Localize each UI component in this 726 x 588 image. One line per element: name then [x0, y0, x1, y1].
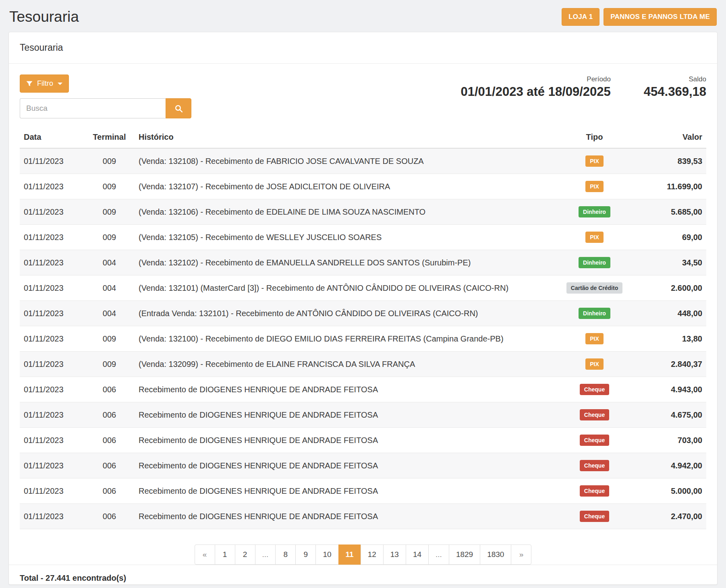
cell-tipo: Dinheiro	[547, 301, 642, 326]
company-button[interactable]: PANNOS E PANNOS LTDA ME	[604, 8, 717, 26]
cell-valor: 839,53	[642, 148, 706, 174]
pagination-page-1[interactable]: 1	[215, 545, 235, 565]
payment-type-badge: Cheque	[580, 409, 609, 420]
cell-historico: (Venda: 132108) - Recebimento de FABRICI…	[135, 148, 547, 174]
table-row: 01/11/2023 006 Recebimento de DIOGENES H…	[20, 402, 706, 428]
cell-historico: (Entrada Venda: 132101) - Recebimento de…	[135, 301, 547, 326]
payment-type-badge: PIX	[585, 232, 604, 243]
payment-type-badge: PIX	[585, 181, 604, 192]
filter-button-label: Filtro	[37, 79, 53, 88]
payment-type-badge: Dinheiro	[579, 308, 610, 319]
table-row: 01/11/2023 004 (Venda: 132101) (MasterCa…	[20, 275, 706, 301]
cell-historico: (Venda: 132102) - Recebimento de EMANUEL…	[135, 250, 547, 275]
cell-terminal: 009	[84, 352, 135, 377]
search-group	[20, 98, 191, 118]
saldo-label: Saldo	[644, 75, 706, 83]
page-header: Tesouraria LOJA 1 PANNOS E PANNOS LTDA M…	[8, 0, 718, 32]
pagination-page-12[interactable]: 12	[361, 545, 384, 565]
cell-historico: Recebimento de DIOGENES HENRIQUE DE ANDR…	[135, 478, 547, 504]
cell-data: 01/11/2023	[20, 174, 84, 199]
cell-data: 01/11/2023	[20, 301, 84, 326]
cell-terminal: 006	[84, 428, 135, 453]
cell-terminal: 009	[84, 225, 135, 250]
cell-valor: 5.685,00	[642, 199, 706, 225]
cell-valor: 4.942,00	[642, 453, 706, 478]
pagination-next[interactable]: »	[511, 545, 531, 565]
cell-valor: 34,50	[642, 250, 706, 275]
pagination-page-8[interactable]: 8	[275, 545, 296, 565]
cell-valor: 2.600,00	[642, 275, 706, 301]
tesouraria-card: Tesouraria Filtro	[8, 32, 718, 585]
pagination-page-2[interactable]: 2	[235, 545, 255, 565]
cell-terminal: 006	[84, 478, 135, 504]
cell-valor: 4.675,00	[642, 402, 706, 428]
cell-terminal: 009	[84, 148, 135, 174]
pagination-page-10[interactable]: 10	[315, 545, 338, 565]
cell-tipo: Dinheiro	[547, 250, 642, 275]
cell-valor: 448,00	[642, 301, 706, 326]
pagination-ellipsis: ...	[428, 545, 449, 565]
chevron-down-icon	[58, 83, 62, 85]
cell-historico: Recebimento de DIOGENES HENRIQUE DE ANDR…	[135, 402, 547, 428]
table-row: 01/11/2023 006 Recebimento de DIOGENES H…	[20, 453, 706, 478]
table-row: 01/11/2023 009 (Venda: 132107) - Recebim…	[20, 174, 706, 199]
cell-terminal: 004	[84, 301, 135, 326]
cell-historico: (Venda: 132107) - Recebimento de JOSE AD…	[135, 174, 547, 199]
card-title: Tesouraria	[9, 32, 717, 64]
cell-tipo: Cheque	[547, 453, 642, 478]
payment-type-badge: Cheque	[580, 384, 609, 395]
pagination: «12...891011121314...18291830»	[195, 545, 532, 565]
search-button[interactable]	[166, 98, 191, 118]
cell-valor: 4.943,00	[642, 377, 706, 402]
saldo-stat: Saldo 454.369,18	[644, 75, 706, 99]
cell-data: 01/11/2023	[20, 148, 84, 174]
payment-type-badge: Dinheiro	[579, 257, 610, 268]
pagination-page-1829[interactable]: 1829	[449, 545, 480, 565]
cell-data: 01/11/2023	[20, 326, 84, 352]
cell-terminal: 009	[84, 326, 135, 352]
pagination-wrap: «12...891011121314...18291830»	[20, 529, 706, 565]
cell-historico: (Venda: 132105) - Recebimento de WESLLEY…	[135, 225, 547, 250]
cell-data: 01/11/2023	[20, 377, 84, 402]
search-input[interactable]	[20, 98, 166, 118]
cell-valor: 703,00	[642, 428, 706, 453]
cell-tipo: Cheque	[547, 377, 642, 402]
saldo-value: 454.369,18	[644, 85, 706, 99]
pagination-page-1830[interactable]: 1830	[480, 545, 511, 565]
table-row: 01/11/2023 004 (Venda: 132102) - Recebim…	[20, 250, 706, 275]
table-header-row: DataTerminalHistóricoTipoValor	[20, 126, 706, 148]
table-row: 01/11/2023 009 (Venda: 132099) - Recebim…	[20, 352, 706, 377]
pagination-page-13[interactable]: 13	[383, 545, 406, 565]
cell-data: 01/11/2023	[20, 402, 84, 428]
cell-valor: 13,80	[642, 326, 706, 352]
filter-button[interactable]: Filtro	[20, 75, 69, 93]
column-header-terminal: Terminal	[84, 126, 135, 148]
cell-valor: 69,00	[642, 225, 706, 250]
period-value: 01/01/2023 até 18/09/2025	[461, 85, 611, 99]
pagination-page-11[interactable]: 11	[338, 545, 361, 565]
store-button[interactable]: LOJA 1	[562, 8, 599, 26]
cell-tipo: PIX	[547, 174, 642, 199]
cell-valor: 5.000,00	[642, 478, 706, 504]
cell-tipo: Cheque	[547, 402, 642, 428]
search-icon	[174, 104, 183, 113]
column-header-historico: Histórico	[135, 126, 547, 148]
cell-historico: (Venda: 132101) (MasterCard [3]) - Receb…	[135, 275, 547, 301]
page-title: Tesouraria	[9, 8, 79, 25]
cell-terminal: 004	[84, 275, 135, 301]
payment-type-badge: Cartão de Crédito	[566, 282, 622, 294]
table-row: 01/11/2023 009 (Venda: 132108) - Recebim…	[20, 148, 706, 174]
pagination-page-9[interactable]: 9	[295, 545, 316, 565]
cell-terminal: 006	[84, 453, 135, 478]
column-header-valor: Valor	[642, 126, 706, 148]
cell-tipo: Cartão de Crédito	[547, 275, 642, 301]
pagination-prev[interactable]: «	[195, 545, 215, 565]
pagination-page-14[interactable]: 14	[406, 545, 429, 565]
cell-terminal: 009	[84, 199, 135, 225]
cell-terminal: 006	[84, 402, 135, 428]
cell-data: 01/11/2023	[20, 428, 84, 453]
cell-tipo: PIX	[547, 148, 642, 174]
filter-icon	[26, 81, 33, 87]
cell-data: 01/11/2023	[20, 225, 84, 250]
header-buttons: LOJA 1 PANNOS E PANNOS LTDA ME	[562, 8, 717, 26]
